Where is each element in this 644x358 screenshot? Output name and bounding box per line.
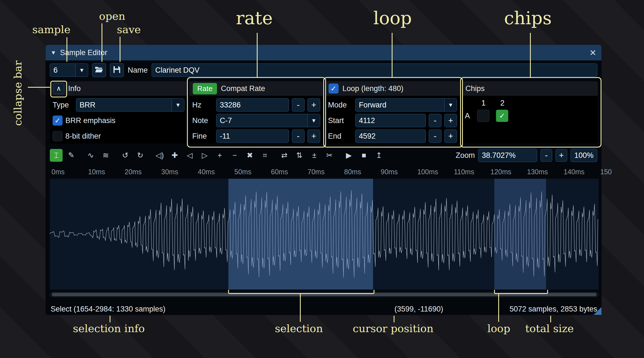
- apply-silence-button[interactable]: −: [228, 149, 241, 162]
- insert-silence-button[interactable]: +: [213, 149, 226, 162]
- info-panel: ∧ Info Type BRR ▼ ✓ BRR emphasis: [50, 81, 187, 144]
- name-label: Name: [128, 66, 148, 75]
- trim-button[interactable]: ⌗: [258, 149, 271, 162]
- scrollbar-thumb[interactable]: [52, 293, 597, 296]
- reverse-button[interactable]: ⇄: [278, 149, 291, 162]
- upload-button[interactable]: ↥: [372, 149, 385, 162]
- loop-end-decrement-button[interactable]: -: [429, 129, 441, 143]
- delete-button[interactable]: ✖: [243, 149, 256, 162]
- chip-a1-checkbox[interactable]: [477, 110, 489, 122]
- chips-panel: Chips 1 2 A ✓: [462, 81, 598, 144]
- annotation-sample: sample: [32, 23, 70, 36]
- chevron-down-icon[interactable]: ▼: [75, 64, 88, 77]
- annotation-chips: chips: [504, 8, 552, 28]
- invert-button[interactable]: ⇅: [293, 149, 306, 162]
- window-resize-handle[interactable]: [594, 307, 601, 315]
- chip-column-2-label: 2: [496, 99, 509, 107]
- annotation-line-sample: [66, 37, 67, 62]
- rate-panel: Rate Compat Rate Hz 33286 - + Note C-7 ▼: [189, 81, 323, 144]
- note-select[interactable]: C-7 ▼: [216, 114, 320, 127]
- rate-mode-button[interactable]: Rate: [193, 83, 217, 94]
- open-button[interactable]: [92, 63, 106, 77]
- timeline-label: 150: [600, 168, 612, 176]
- annotation-open: open: [99, 10, 125, 22]
- draw-tool-button[interactable]: ✎: [65, 149, 78, 162]
- timeline-ruler[interactable]: 0ms10ms20ms30ms40ms50ms60ms70ms80ms90ms1…: [50, 166, 599, 178]
- annotation-selection: selection: [275, 322, 323, 335]
- fine-increment-button[interactable]: +: [307, 129, 320, 143]
- select-tool-button[interactable]: ⌶: [50, 149, 63, 162]
- timeline-label: 140ms: [564, 168, 584, 176]
- timeline-label: 10ms: [88, 168, 105, 176]
- normalize-button[interactable]: ✚: [168, 149, 181, 162]
- hz-input[interactable]: 33286: [216, 98, 289, 112]
- selection-info-text: Select (1654-2984: 1330 samples): [51, 305, 166, 313]
- loop-start-increment-button[interactable]: +: [444, 114, 457, 127]
- loop-end-input[interactable]: 4592: [355, 129, 426, 143]
- zoom-reset-button[interactable]: 100%: [571, 149, 597, 162]
- fade-out-button[interactable]: ▷: [198, 149, 211, 162]
- check-icon: ✓: [330, 84, 337, 93]
- name-value: Clarinet DQV: [155, 66, 199, 75]
- hz-increment-button[interactable]: +: [307, 98, 320, 112]
- annotation-selection-info: selection info: [73, 322, 145, 335]
- annotation-line-cursor: [394, 316, 394, 322]
- stop-button[interactable]: ■: [357, 149, 370, 162]
- preview-button[interactable]: ▶: [342, 149, 355, 162]
- check-icon: ✓: [499, 112, 505, 120]
- info-panel-header: ∧ Info: [50, 81, 187, 96]
- loop-enable-checkbox[interactable]: ✓: [329, 84, 339, 94]
- loop-region[interactable]: [494, 179, 546, 290]
- close-button[interactable]: ✕: [589, 48, 596, 58]
- selection-region[interactable]: [228, 179, 373, 290]
- annotation-line-loop-bottom: [498, 293, 499, 322]
- chip-column-1-label: 1: [477, 99, 490, 107]
- zoom-in-button[interactable]: +: [556, 149, 567, 162]
- annotation-total-size: total size: [525, 322, 574, 335]
- chevron-down-icon[interactable]: ▼: [444, 99, 457, 111]
- sample-header-row: 6 ▼ Name Clarinet DQV: [50, 63, 597, 77]
- waveform-display[interactable]: [50, 179, 599, 290]
- loop-start-decrement-button[interactable]: -: [429, 114, 441, 127]
- total-size-text: 5072 samples, 2853 bytes: [510, 305, 597, 313]
- hz-decrement-button[interactable]: -: [292, 98, 305, 112]
- brr-emphasis-checkbox[interactable]: ✓: [53, 116, 63, 126]
- redo-button[interactable]: ↻: [134, 149, 147, 162]
- annotation-line-save: [120, 37, 120, 62]
- zoom-out-button[interactable]: -: [541, 149, 552, 162]
- fade-in-button[interactable]: ◁: [183, 149, 196, 162]
- fine-label: Fine: [192, 132, 213, 141]
- amplify-button[interactable]: ◁): [153, 149, 166, 162]
- resize-button[interactable]: ∿: [84, 149, 97, 162]
- loop-end-increment-button[interactable]: +: [444, 129, 457, 143]
- toolbar: ⌶✎∿≋↺↻◁)✚◁▷+−✖⌗⇄⇅±✂▶■↥ Zoom 38.7027% - +…: [50, 148, 597, 163]
- window-collapse-icon[interactable]: ▼: [51, 50, 56, 56]
- chevron-down-icon[interactable]: ▼: [307, 114, 320, 127]
- type-select[interactable]: BRR ▼: [76, 98, 184, 112]
- loop-start-input[interactable]: 4112: [355, 114, 426, 127]
- annotation-line-chips: [530, 33, 531, 77]
- undo-button[interactable]: ↺: [119, 149, 132, 162]
- loop-mode-label: Mode: [328, 101, 352, 109]
- titlebar[interactable]: ▼ Sample Editor ✕: [46, 45, 601, 60]
- annotation-line-collapse-bar: [28, 87, 50, 88]
- annotation-rate: rate: [236, 8, 273, 28]
- fine-decrement-button[interactable]: -: [292, 129, 305, 143]
- chevron-down-icon[interactable]: ▼: [172, 99, 184, 111]
- waveform-scrollbar[interactable]: [50, 292, 599, 297]
- zoom-input[interactable]: 38.7027%: [478, 149, 537, 162]
- save-button[interactable]: [110, 63, 124, 77]
- resample-button[interactable]: ≋: [99, 149, 112, 162]
- filter-button[interactable]: ✂: [323, 149, 336, 162]
- loop-mode-select[interactable]: Forward ▼: [355, 98, 457, 112]
- floppy-disk-icon: [113, 66, 120, 74]
- dither-checkbox[interactable]: [53, 131, 63, 141]
- sign-button[interactable]: ±: [308, 149, 321, 162]
- timeline-label: 60ms: [271, 168, 288, 176]
- chips-panel-header: Chips: [462, 81, 598, 96]
- info-panel-title: Info: [68, 84, 81, 93]
- collapse-info-button[interactable]: ∧: [53, 83, 64, 94]
- fine-input[interactable]: -11: [216, 129, 289, 143]
- chip-a2-checkbox[interactable]: ✓: [496, 110, 508, 122]
- sample-number-select[interactable]: 6 ▼: [50, 63, 88, 77]
